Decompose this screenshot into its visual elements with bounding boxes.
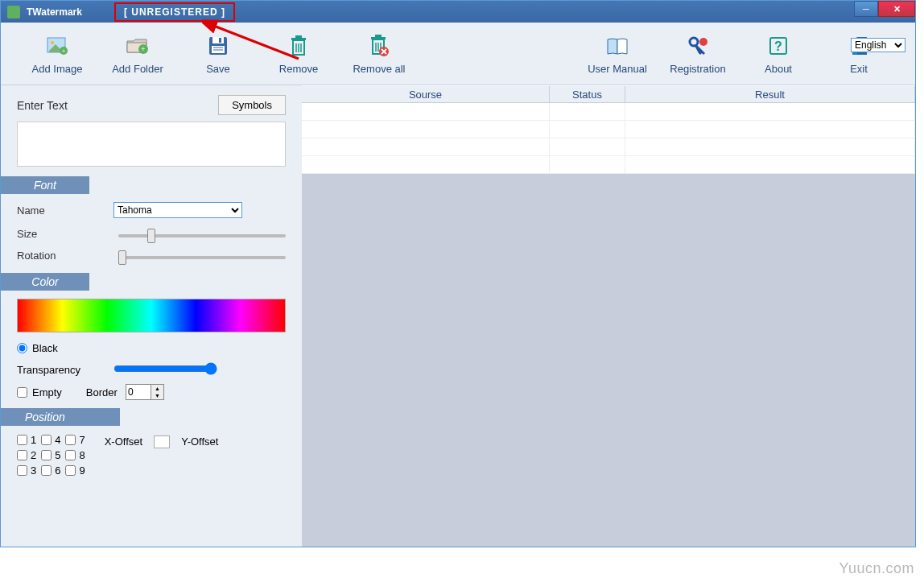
- pos-2-check[interactable]: [17, 450, 27, 460]
- svg-point-1: [51, 41, 54, 44]
- font-name-select[interactable]: Tahoma: [113, 202, 242, 218]
- remove-button[interactable]: Remove: [258, 32, 339, 75]
- spinner-down-icon[interactable]: ▼: [151, 392, 163, 399]
- add-folder-label: Add Folder: [112, 63, 163, 75]
- remove-label: Remove: [279, 63, 318, 75]
- text-entry-section: Enter Text Symbols: [1, 85, 302, 176]
- enter-text-label: Enter Text: [17, 99, 218, 112]
- language-select[interactable]: English: [851, 38, 905, 52]
- language-select-wrap: English: [851, 37, 905, 52]
- svg-rect-21: [375, 35, 382, 37]
- y-offset-label: Y-Offset: [181, 435, 218, 448]
- empty-checkbox[interactable]: [17, 387, 27, 398]
- color-section: Black Transparency Empty Border: [1, 291, 302, 408]
- font-header: Font: [1, 176, 89, 194]
- svg-text:+: +: [62, 47, 66, 55]
- color-spectrum[interactable]: [17, 299, 286, 332]
- remove-all-label: Remove all: [353, 63, 405, 75]
- add-folder-icon: +: [126, 32, 150, 60]
- table-header: Sourse Status Result: [302, 85, 915, 103]
- color-black-radio[interactable]: [17, 343, 27, 353]
- border-value[interactable]: [126, 385, 151, 399]
- window-controls: ─ ✕: [854, 1, 915, 17]
- transparency-label: Transparency: [17, 364, 113, 376]
- unregistered-badge: [ UNREGISTERED ]: [114, 2, 235, 22]
- exit-label: Exit: [850, 63, 868, 75]
- right-panel: Sourse Status Result: [302, 85, 915, 547]
- about-button[interactable]: ? About: [738, 32, 819, 75]
- pos-1-check[interactable]: [17, 435, 27, 445]
- svg-rect-14: [291, 38, 306, 40]
- left-panel: Enter Text Symbols Font Name Tahoma Size…: [1, 85, 302, 547]
- svg-point-29: [699, 38, 707, 46]
- x-offset-label: X-Offset: [105, 435, 142, 448]
- svg-text:+: +: [141, 45, 145, 53]
- remove-all-icon: [369, 32, 390, 60]
- border-spinner[interactable]: ▲▼: [126, 384, 164, 400]
- font-size-label: Size: [17, 228, 113, 240]
- symbols-button[interactable]: Symbols: [218, 95, 286, 115]
- pos-7-check[interactable]: [65, 435, 76, 445]
- app-title: TWatermark: [27, 6, 82, 18]
- font-name-label: Name: [17, 204, 113, 217]
- color-black-label: Black: [32, 342, 58, 354]
- svg-rect-9: [219, 38, 221, 43]
- transparency-slider[interactable]: [113, 362, 217, 375]
- about-icon: ?: [769, 32, 788, 60]
- remove-all-button[interactable]: Remove all: [339, 32, 419, 75]
- border-label: Border: [86, 386, 118, 398]
- save-button[interactable]: Save: [178, 32, 258, 75]
- add-folder-button[interactable]: + Add Folder: [97, 32, 178, 75]
- spinner-up-icon[interactable]: ▲: [151, 385, 163, 392]
- empty-label: Empty: [32, 386, 62, 398]
- preview-area: [302, 174, 915, 547]
- user-manual-icon: [606, 32, 629, 60]
- svg-rect-15: [295, 35, 302, 38]
- svg-rect-20: [371, 37, 386, 39]
- col-result[interactable]: Result: [625, 86, 915, 102]
- font-size-slider[interactable]: [118, 234, 286, 237]
- table-row: [302, 103, 915, 121]
- table-row: [302, 121, 915, 138]
- svg-rect-8: [212, 37, 224, 43]
- user-manual-button[interactable]: User Manual: [577, 32, 658, 75]
- titlebar: TWatermark [ UNREGISTERED ] ─ ✕: [1, 1, 915, 23]
- page-watermark: Yuucn.com: [839, 560, 914, 577]
- col-status[interactable]: Status: [550, 86, 625, 102]
- pos-4-check[interactable]: [41, 435, 52, 445]
- pos-5-check[interactable]: [41, 450, 52, 460]
- app-icon: [7, 6, 20, 19]
- close-button[interactable]: ✕: [878, 1, 915, 17]
- about-label: About: [765, 63, 792, 75]
- content-area: Enter Text Symbols Font Name Tahoma Size…: [1, 85, 915, 547]
- user-manual-label: User Manual: [588, 63, 647, 75]
- pos-6-check[interactable]: [41, 465, 52, 476]
- rotation-slider[interactable]: [118, 256, 286, 259]
- registration-icon: [687, 32, 708, 60]
- save-icon: [208, 32, 229, 60]
- registration-button[interactable]: Registration: [658, 32, 738, 75]
- save-label: Save: [206, 63, 230, 75]
- add-image-label: Add Image: [32, 63, 83, 75]
- rotation-label: Rotation: [17, 250, 113, 262]
- font-section: Name Tahoma Size Rotation: [1, 194, 302, 273]
- table-body: [302, 103, 915, 174]
- remove-icon: [289, 32, 308, 60]
- add-image-button[interactable]: + Add Image: [17, 32, 97, 75]
- position-header: Position: [1, 408, 120, 426]
- table-row: [302, 138, 915, 156]
- toolbar: + Add Image + Add Folder Save Remove: [1, 23, 915, 85]
- svg-text:?: ?: [774, 39, 782, 53]
- pos-9-check[interactable]: [65, 465, 76, 476]
- pos-8-check[interactable]: [65, 450, 76, 460]
- x-offset-box[interactable]: [154, 435, 170, 448]
- minimize-button[interactable]: ─: [854, 1, 878, 17]
- app-window: TWatermark [ UNREGISTERED ] ─ ✕ + Add Im…: [0, 0, 916, 547]
- pos-3-check[interactable]: [17, 465, 27, 476]
- text-input[interactable]: [17, 122, 286, 167]
- table-row: [302, 156, 915, 174]
- color-header: Color: [1, 273, 89, 291]
- col-source[interactable]: Sourse: [302, 86, 550, 102]
- registration-label: Registration: [670, 63, 725, 75]
- position-section: 1 2 3 4 5 6 7 8 9 X-O: [1, 426, 302, 485]
